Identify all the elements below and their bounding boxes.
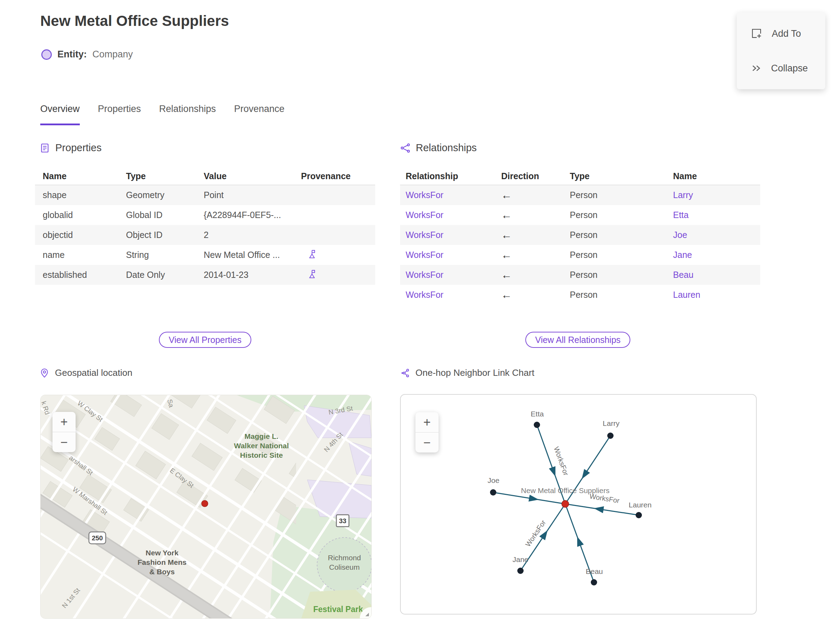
- relationship-link[interactable]: WorksFor: [400, 270, 496, 280]
- property-type: Object ID: [118, 230, 196, 240]
- relationship-row: WorksFor ← Person Larry: [400, 185, 760, 205]
- tab-relationships[interactable]: Relationships: [159, 103, 216, 125]
- node-joe[interactable]: [490, 489, 496, 496]
- node-label-jane: Jane: [512, 555, 528, 563]
- relationships-table-header: Relationship Direction Type Name: [400, 167, 760, 185]
- col-direction: Direction: [496, 171, 564, 181]
- property-value: Point: [196, 190, 293, 200]
- map-zoom-out-button[interactable]: −: [52, 432, 76, 452]
- entity-type-value: Company: [92, 49, 133, 60]
- link-chart-zoom-out-button[interactable]: −: [415, 432, 439, 453]
- property-name: name: [35, 250, 118, 260]
- provenance-flag-icon[interactable]: [307, 269, 317, 279]
- tab-provenance[interactable]: Provenance: [234, 103, 285, 125]
- provenance-flag-icon[interactable]: [307, 249, 317, 259]
- view-all-relationships-button[interactable]: View All Relationships: [525, 332, 630, 348]
- node-center-entity[interactable]: [562, 501, 569, 507]
- relationship-row: WorksFor ← Person Lauren: [400, 285, 760, 305]
- view-all-properties-button[interactable]: View All Properties: [159, 332, 251, 348]
- entity-detail-page: New Metal Office Suppliers Entity: Compa…: [0, 0, 840, 639]
- node-lauren[interactable]: [636, 512, 642, 518]
- link-chart-section-header: One-hop Neighbor Link Chart: [400, 367, 535, 378]
- property-row: globalid Global ID {A228944F-0EF5-...: [35, 205, 375, 225]
- property-name: objectid: [35, 230, 118, 240]
- col-type: Type: [564, 171, 667, 181]
- geospatial-section-title: Geospatial location: [55, 367, 132, 378]
- relationships-table: Relationship Direction Type Name WorksFo…: [400, 167, 760, 305]
- entity-type-badge: [41, 49, 52, 60]
- link-chart[interactable]: WorksFor WorksFor WorksFor New Metal Off…: [400, 394, 757, 615]
- properties-table: Name Type Value Provenance shape Geometr…: [35, 167, 375, 285]
- related-entity-link[interactable]: Joe: [667, 230, 760, 240]
- relationship-link[interactable]: WorksFor: [400, 230, 496, 240]
- relationship-link[interactable]: WorksFor: [400, 190, 496, 200]
- col-type: Type: [118, 171, 196, 181]
- node-etta[interactable]: [534, 422, 540, 428]
- edge-label: WorksFor: [524, 519, 547, 548]
- route-shield-33: 33: [336, 515, 349, 527]
- actions-panel: Add To Collapse: [737, 12, 825, 89]
- map-zoom-in-button[interactable]: +: [52, 412, 76, 432]
- map[interactable]: W Clay St k Rd Sa arshall St W Marshall …: [40, 395, 372, 619]
- related-entity-link[interactable]: Lauren: [667, 290, 760, 300]
- svg-text:Walker National: Walker National: [234, 442, 289, 450]
- link-chart-zoom-in-button[interactable]: +: [415, 412, 439, 432]
- col-name: Name: [35, 171, 118, 181]
- collapse-icon: [751, 63, 762, 74]
- svg-text:33: 33: [339, 517, 346, 525]
- property-type: String: [118, 250, 196, 260]
- node-label-joe: Joe: [488, 476, 500, 484]
- direction-arrow: ←: [496, 269, 564, 281]
- svg-text:Richmond: Richmond: [328, 554, 361, 562]
- map-pin-icon: [40, 368, 49, 378]
- relationship-link[interactable]: WorksFor: [400, 290, 496, 300]
- tab-overview[interactable]: Overview: [40, 103, 80, 125]
- relationship-row: WorksFor ← Person Joe: [400, 225, 760, 245]
- center-node-label: New Metal Office Suppliers: [521, 486, 610, 494]
- col-provenance: Provenance: [293, 171, 375, 181]
- node-larry[interactable]: [607, 432, 614, 439]
- relationships-section-title: Relationships: [416, 142, 477, 154]
- node-label-beau: Beau: [585, 567, 603, 575]
- collapse-label: Collapse: [771, 63, 808, 74]
- direction-arrow: ←: [496, 229, 564, 242]
- relationship-row: WorksFor ← Person Beau: [400, 265, 760, 285]
- entity-location-marker[interactable]: [202, 501, 208, 507]
- properties-section-title: Properties: [55, 142, 102, 154]
- direction-arrow: ←: [496, 249, 564, 261]
- related-type: Person: [564, 230, 667, 240]
- page-title: New Metal Office Suppliers: [40, 13, 229, 29]
- add-to-button[interactable]: Add To: [751, 28, 825, 40]
- node-beau[interactable]: [591, 579, 597, 585]
- property-value: New Metal Office ...: [196, 250, 293, 260]
- properties-table-header: Name Type Value Provenance: [35, 167, 375, 185]
- relationships-section-header: Relationships: [400, 142, 477, 154]
- property-row: established Date Only 2014-01-23: [35, 265, 375, 285]
- related-entity-link[interactable]: Larry: [667, 190, 760, 200]
- collapse-button[interactable]: Collapse: [751, 63, 825, 74]
- tab-bar: Overview Properties Relationships Proven…: [40, 103, 285, 125]
- properties-section-header: Properties: [40, 142, 102, 154]
- property-value: 2: [196, 230, 293, 240]
- property-value: {A228944F-0EF5-...: [196, 210, 293, 220]
- properties-icon: [40, 143, 50, 153]
- related-entity-link[interactable]: Beau: [667, 270, 760, 280]
- svg-text:250: 250: [92, 534, 103, 542]
- node-jane[interactable]: [517, 567, 523, 574]
- related-type: Person: [564, 290, 667, 300]
- relationship-link[interactable]: WorksFor: [400, 210, 496, 220]
- link-chart-section-title: One-hop Neighbor Link Chart: [415, 367, 535, 378]
- direction-arrow: ←: [496, 189, 564, 202]
- tab-properties[interactable]: Properties: [98, 103, 141, 125]
- property-value: 2014-01-23: [196, 270, 293, 280]
- related-type: Person: [564, 190, 667, 200]
- direction-arrow: ←: [496, 209, 564, 221]
- col-value: Value: [196, 171, 293, 181]
- property-row: objectid Object ID 2: [35, 225, 375, 245]
- edge-lauren[interactable]: [565, 504, 639, 515]
- related-entity-link[interactable]: Etta: [667, 210, 760, 220]
- relationship-link[interactable]: WorksFor: [400, 250, 496, 260]
- col-name: Name: [667, 171, 760, 181]
- related-entity-link[interactable]: Jane: [667, 250, 760, 260]
- property-type: Global ID: [118, 210, 196, 220]
